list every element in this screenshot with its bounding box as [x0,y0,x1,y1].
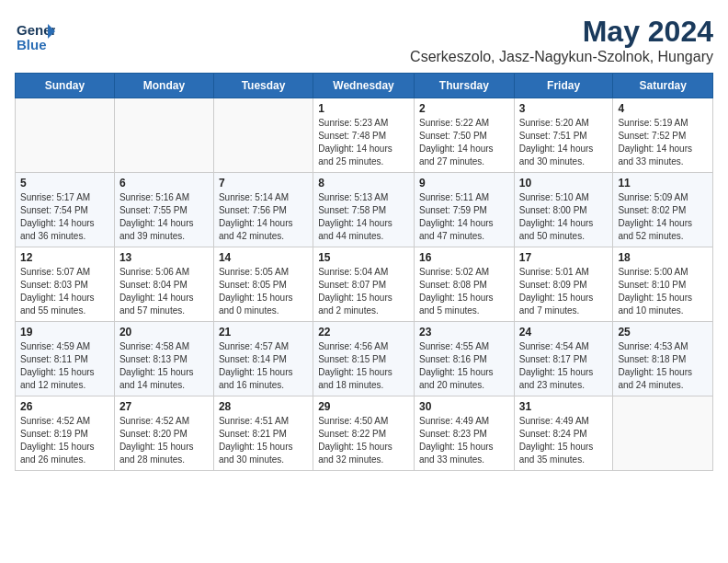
svg-text:Blue: Blue [17,37,47,52]
day-number: 21 [219,326,308,339]
day-number: 28 [219,400,308,413]
calendar-day-cell [114,98,213,173]
day-of-week-header: Sunday [16,74,115,98]
day-info: Sunrise: 5:05 AM Sunset: 8:05 PM Dayligh… [219,266,308,317]
calendar-day-cell: 30Sunrise: 4:49 AM Sunset: 8:23 PM Dayli… [414,396,514,471]
day-info: Sunrise: 4:58 AM Sunset: 8:13 PM Dayligh… [119,340,209,392]
day-info: Sunrise: 4:52 AM Sunset: 8:20 PM Dayligh… [119,415,209,466]
calendar-day-cell: 6Sunrise: 5:16 AM Sunset: 7:55 PM Daylig… [114,173,213,247]
calendar-day-cell: 13Sunrise: 5:06 AM Sunset: 8:04 PM Dayli… [114,247,213,322]
day-number: 10 [519,177,609,190]
day-number: 14 [219,251,308,264]
day-number: 4 [618,102,708,115]
calendar-week-row: 1Sunrise: 5:23 AM Sunset: 7:48 PM Daylig… [16,98,713,173]
calendar-day-cell: 1Sunrise: 5:23 AM Sunset: 7:48 PM Daylig… [313,98,415,173]
day-info: Sunrise: 4:53 AM Sunset: 8:18 PM Dayligh… [618,340,708,392]
day-info: Sunrise: 5:00 AM Sunset: 8:10 PM Dayligh… [618,266,708,317]
day-info: Sunrise: 4:59 AM Sunset: 8:11 PM Dayligh… [20,340,109,392]
calendar-week-row: 12Sunrise: 5:07 AM Sunset: 8:03 PM Dayli… [16,247,713,322]
day-info: Sunrise: 5:02 AM Sunset: 8:08 PM Dayligh… [419,266,509,317]
day-of-week-header: Friday [514,74,613,98]
calendar-day-cell: 18Sunrise: 5:00 AM Sunset: 8:10 PM Dayli… [613,247,713,322]
day-number: 2 [419,102,509,115]
calendar-day-cell: 3Sunrise: 5:20 AM Sunset: 7:51 PM Daylig… [514,98,613,173]
day-info: Sunrise: 5:23 AM Sunset: 7:48 PM Dayligh… [318,117,409,168]
calendar-day-cell: 14Sunrise: 5:05 AM Sunset: 8:05 PM Dayli… [213,247,313,322]
calendar-day-cell: 22Sunrise: 4:56 AM Sunset: 8:15 PM Dayli… [313,322,415,396]
day-info: Sunrise: 5:01 AM Sunset: 8:09 PM Dayligh… [519,266,609,317]
day-number: 27 [119,400,209,413]
calendar-day-cell: 17Sunrise: 5:01 AM Sunset: 8:09 PM Dayli… [514,247,613,322]
calendar-day-cell: 27Sunrise: 4:52 AM Sunset: 8:20 PM Dayli… [114,396,213,471]
day-number: 7 [219,177,308,190]
day-info: Sunrise: 5:06 AM Sunset: 8:04 PM Dayligh… [119,266,209,317]
day-of-week-header: Wednesday [313,74,415,98]
day-info: Sunrise: 4:52 AM Sunset: 8:19 PM Dayligh… [20,415,109,466]
day-number: 9 [419,177,509,190]
day-info: Sunrise: 5:11 AM Sunset: 7:59 PM Dayligh… [419,191,509,243]
calendar-week-row: 19Sunrise: 4:59 AM Sunset: 8:11 PM Dayli… [16,322,713,396]
day-info: Sunrise: 5:17 AM Sunset: 7:54 PM Dayligh… [20,191,109,243]
calendar-day-cell: 11Sunrise: 5:09 AM Sunset: 8:02 PM Dayli… [613,173,713,247]
calendar-week-row: 5Sunrise: 5:17 AM Sunset: 7:54 PM Daylig… [16,173,713,247]
calendar-day-cell: 9Sunrise: 5:11 AM Sunset: 7:59 PM Daylig… [414,173,514,247]
calendar-day-cell: 7Sunrise: 5:14 AM Sunset: 7:56 PM Daylig… [213,173,313,247]
day-number: 30 [419,400,509,413]
day-number: 18 [618,251,708,264]
calendar-day-cell: 25Sunrise: 4:53 AM Sunset: 8:18 PM Dayli… [613,322,713,396]
day-number: 11 [618,177,708,190]
day-number: 5 [20,177,109,190]
logo-icon: General Blue [15,15,55,55]
location-title: Cserkeszolo, Jasz-Nagykun-Szolnok, Hunga… [410,49,713,65]
calendar-day-cell: 2Sunrise: 5:22 AM Sunset: 7:50 PM Daylig… [414,98,514,173]
day-info: Sunrise: 4:50 AM Sunset: 8:22 PM Dayligh… [318,415,409,466]
day-number: 20 [119,326,209,339]
calendar-day-cell: 5Sunrise: 5:17 AM Sunset: 7:54 PM Daylig… [16,173,115,247]
day-of-week-header: Monday [114,74,213,98]
day-number: 26 [20,400,109,413]
day-number: 6 [119,177,209,190]
day-number: 22 [318,326,409,339]
day-info: Sunrise: 5:07 AM Sunset: 8:03 PM Dayligh… [20,266,109,317]
day-info: Sunrise: 4:55 AM Sunset: 8:16 PM Dayligh… [419,340,509,392]
day-info: Sunrise: 4:56 AM Sunset: 8:15 PM Dayligh… [318,340,409,392]
calendar-table: SundayMondayTuesdayWednesdayThursdayFrid… [15,73,713,471]
calendar-day-cell [16,98,115,173]
day-of-week-header: Thursday [414,74,514,98]
calendar-day-cell: 20Sunrise: 4:58 AM Sunset: 8:13 PM Dayli… [114,322,213,396]
calendar-day-cell: 12Sunrise: 5:07 AM Sunset: 8:03 PM Dayli… [16,247,115,322]
day-number: 29 [318,400,409,413]
day-number: 1 [318,102,409,115]
day-info: Sunrise: 5:14 AM Sunset: 7:56 PM Dayligh… [219,191,308,243]
day-number: 17 [519,251,609,264]
calendar-day-cell: 28Sunrise: 4:51 AM Sunset: 8:21 PM Dayli… [213,396,313,471]
day-info: Sunrise: 4:54 AM Sunset: 8:17 PM Dayligh… [519,340,609,392]
calendar-day-cell [613,396,713,471]
day-number: 24 [519,326,609,339]
day-number: 23 [419,326,509,339]
title-section: May 2024 Cserkeszolo, Jasz-Nagykun-Szoln… [410,15,713,65]
day-info: Sunrise: 5:04 AM Sunset: 8:07 PM Dayligh… [318,266,409,317]
calendar-header-row: SundayMondayTuesdayWednesdayThursdayFrid… [16,74,713,98]
day-number: 31 [519,400,609,413]
day-info: Sunrise: 5:16 AM Sunset: 7:55 PM Dayligh… [119,191,209,243]
day-number: 12 [20,251,109,264]
day-number: 13 [119,251,209,264]
day-number: 19 [20,326,109,339]
month-title: May 2024 [410,15,713,49]
calendar-day-cell: 10Sunrise: 5:10 AM Sunset: 8:00 PM Dayli… [514,173,613,247]
day-info: Sunrise: 4:49 AM Sunset: 8:23 PM Dayligh… [419,415,509,466]
day-number: 3 [519,102,609,115]
day-info: Sunrise: 4:57 AM Sunset: 8:14 PM Dayligh… [219,340,308,392]
calendar-day-cell: 16Sunrise: 5:02 AM Sunset: 8:08 PM Dayli… [414,247,514,322]
day-info: Sunrise: 5:20 AM Sunset: 7:51 PM Dayligh… [519,117,609,168]
day-info: Sunrise: 5:09 AM Sunset: 8:02 PM Dayligh… [618,191,708,243]
day-of-week-header: Saturday [613,74,713,98]
calendar-day-cell: 31Sunrise: 4:49 AM Sunset: 8:24 PM Dayli… [514,396,613,471]
day-info: Sunrise: 5:10 AM Sunset: 8:00 PM Dayligh… [519,191,609,243]
day-info: Sunrise: 5:13 AM Sunset: 7:58 PM Dayligh… [318,191,409,243]
day-info: Sunrise: 4:51 AM Sunset: 8:21 PM Dayligh… [219,415,308,466]
calendar-day-cell: 19Sunrise: 4:59 AM Sunset: 8:11 PM Dayli… [16,322,115,396]
logo: General Blue [15,15,55,59]
day-number: 15 [318,251,409,264]
